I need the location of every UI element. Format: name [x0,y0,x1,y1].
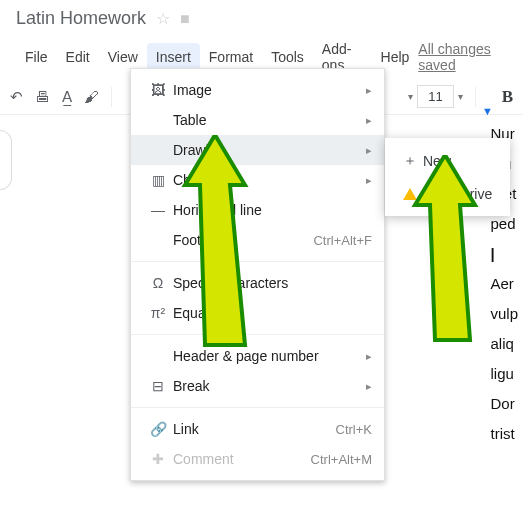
menu-shortcut: Ctrl+Alt+M [311,452,372,467]
menu-insert[interactable]: Insert [147,43,200,71]
font-size-control[interactable]: ▾ 11 ▾ [408,85,462,108]
break-icon: ⊟ [143,378,173,394]
undo-icon[interactable]: ↶ [10,88,23,106]
hline-icon: — [143,202,173,218]
title-row: Latin Homework ☆ ■ [16,8,507,29]
chevron-right-icon: ▸ [366,144,372,157]
print-icon[interactable]: 🖶 [35,88,50,105]
image-icon: 🖼 [143,82,173,98]
changes-saved-link[interactable]: All changes saved [418,41,507,73]
ruler-marker-icon[interactable]: ▼ [482,105,493,117]
chevron-right-icon: ▸ [366,84,372,97]
comment-icon: ✚ [143,451,173,467]
paint-format-icon[interactable]: 🖌 [84,88,99,105]
font-size-value[interactable]: 11 [417,85,453,108]
menu-image[interactable]: 🖼 Image ▸ [131,75,384,105]
menu-link[interactable]: 🔗 Link Ctrl+K [131,414,384,444]
menu-label: Image [173,82,366,98]
chevron-right-icon: ▸ [366,350,372,363]
folder-icon[interactable]: ■ [180,10,190,28]
menu-shortcut: Ctrl+K [336,422,372,437]
menu-comment: ✚ Comment Ctrl+Alt+M [131,444,384,474]
menu-label: Link [173,421,336,437]
ruler: ▼ [463,105,523,115]
menu-edit[interactable]: Edit [57,43,99,71]
menu-help[interactable]: Help [372,43,419,71]
menu-divider [131,407,384,408]
star-icon[interactable]: ☆ [156,9,170,28]
link-icon: 🔗 [143,421,173,437]
bold-button[interactable]: B [502,87,513,107]
doc-title[interactable]: Latin Homework [16,8,146,29]
spellcheck-icon[interactable]: A̲ [62,88,72,106]
annotation-arrow-2 [410,155,500,350]
chevron-down-icon[interactable]: ▾ [408,91,413,102]
chart-icon: ▥ [143,172,173,188]
menu-shortcut: Ctrl+Alt+F [313,233,372,248]
chevron-right-icon: ▸ [366,380,372,393]
menu-label: Comment [173,451,311,467]
menu-tools[interactable]: Tools [262,43,313,71]
chevron-down-icon[interactable]: ▾ [458,91,463,102]
omega-icon: Ω [143,275,173,291]
menu-label: Table [173,112,366,128]
menu-file[interactable]: File [16,43,57,71]
doc-word: Dor [490,395,518,412]
chevron-right-icon: ▸ [366,174,372,187]
doc-word: trist [490,425,518,442]
menu-label: Break [173,378,366,394]
doc-word: ligu [490,365,518,382]
annotation-arrow-1 [175,135,275,360]
doc-page-edge [0,130,12,190]
menu-format[interactable]: Format [200,43,262,71]
menu-break[interactable]: ⊟ Break ▸ [131,371,384,401]
menu-view[interactable]: View [99,43,147,71]
chevron-right-icon: ▸ [366,114,372,127]
menu-table[interactable]: Table ▸ [131,105,384,135]
equation-icon: π² [143,305,173,321]
